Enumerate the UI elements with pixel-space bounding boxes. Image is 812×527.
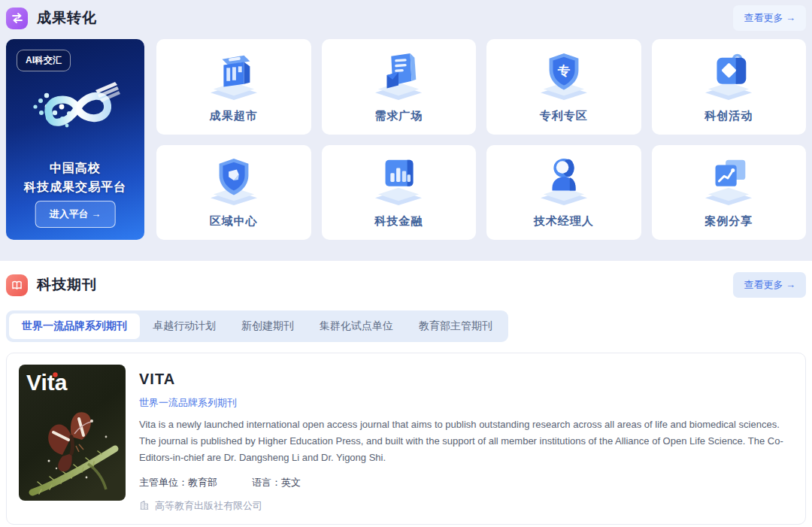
feature-card-label: 科技金融 [374,214,423,229]
journal-view-more-button[interactable]: 查看更多 → [733,272,806,298]
journal-description: Vita is a newly launched international o… [139,416,793,466]
feature-card-label: 技术经理人 [534,214,594,229]
promo-title-line2: 科技成果交易平台 [6,178,144,197]
journal-cover-image[interactable]: Vita [19,365,126,501]
transform-section-header: 成果转化 查看更多 → [6,5,806,32]
journal-supervisor: 主管单位：教育部 [139,476,217,489]
feature-card-achievement-market[interactable]: 成果超市 [156,39,311,135]
feature-grid: 成果超市 需求广场 [156,39,806,240]
journal-series-link[interactable]: 世界一流品牌系列期刊 [139,396,237,410]
promo-badge: AI科交汇 [17,50,71,71]
feature-card-label: 区域中心 [210,214,258,229]
transform-section-title: 成果转化 [37,8,97,28]
feature-card-label: 需求广场 [374,109,423,123]
demand-document-icon [369,50,428,103]
transform-view-more-button[interactable]: 查看更多 → [733,5,806,31]
feature-card-label: 专利专区 [540,109,588,123]
manager-person-icon [535,156,593,208]
case-share-icon [699,156,758,208]
journal-info: VITA 世界一流品牌系列期刊 Vita is a newly launched… [139,365,793,513]
feature-card-label: 科创活动 [704,109,753,123]
activity-box-icon [699,50,758,103]
feature-card-label: 成果超市 [210,109,258,123]
feature-card-demand-plaza[interactable]: 需求广场 [322,39,477,135]
tab-excellence-action-plan[interactable]: 卓越行动计划 [140,313,229,339]
journal-card-vita: Vita VITA 世界一流品牌系列期刊 Vita is a newly lau… [6,353,806,525]
tab-moe-supervised[interactable]: 教育部主管期刊 [406,313,505,339]
journal-section-header: 科技期刊 查看更多 → [6,271,806,298]
journal-section: 科技期刊 查看更多 → 世界一流品牌系列期刊 卓越行动计划 新创建期刊 集群化试… [0,261,812,527]
journal-tabs: 世界一流品牌系列期刊 卓越行动计划 新创建期刊 集群化试点单位 教育部主管期刊 [6,310,508,342]
building-icon [139,500,150,513]
feature-card-patent-zone[interactable]: 专 专利专区 [486,39,641,135]
patent-shield-icon: 专 [535,50,593,103]
svg-text:专: 专 [557,64,571,77]
promo-title: 中国高校 科技成果交易平台 [6,159,144,197]
feature-card-case-sharing[interactable]: 案例分享 [652,145,807,241]
journal-language: 语言：英文 [252,476,301,489]
tab-cluster-pilot[interactable]: 集群化试点单位 [307,313,406,339]
feature-card-tech-manager[interactable]: 技术经理人 [486,145,641,241]
journal-publisher: 高等教育出版社有限公司 [139,499,793,513]
exchange-icon [6,8,28,29]
open-book-icon [6,274,28,296]
journal-publisher-name: 高等教育出版社有限公司 [155,499,262,513]
journal-meta: 主管单位：教育部 语言：英文 [139,476,793,489]
feature-card-regional-center[interactable]: 区域中心 [156,145,311,241]
tab-world-class-series[interactable]: 世界一流品牌系列期刊 [9,313,140,339]
feature-card-tech-finance[interactable]: 科技金融 [322,145,477,241]
promo-card-platform[interactable]: AI科交汇 [6,39,144,240]
promo-title-line1: 中国高校 [6,159,144,178]
tab-newly-created[interactable]: 新创建期刊 [229,313,307,339]
journal-section-title: 科技期刊 [37,275,97,295]
feature-card-innovation-activity[interactable]: 科创活动 [652,39,807,135]
finance-chart-icon [369,156,428,208]
transform-content: AI科交汇 [6,39,806,240]
svg-text:Vita: Vita [26,370,68,395]
journal-name: VITA [139,371,793,388]
storefront-icon [205,50,263,103]
infinity-logo-icon [23,78,127,146]
transform-section: 成果转化 查看更多 → AI科交汇 [0,0,812,261]
region-shield-icon [205,156,263,208]
feature-card-label: 案例分享 [704,214,753,229]
enter-platform-button[interactable]: 进入平台 → [35,201,116,228]
